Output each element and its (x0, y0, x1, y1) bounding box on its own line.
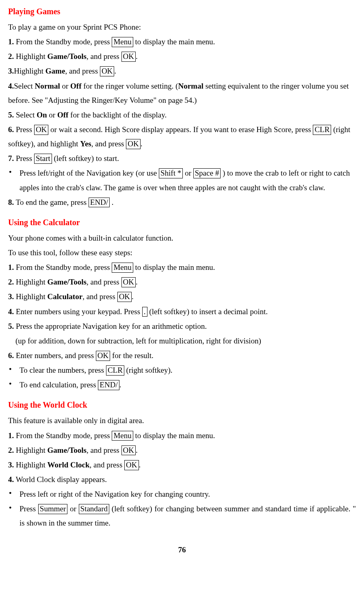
ok-key: OK (117, 292, 132, 302)
heading-calculator: Using the Calculator (8, 215, 356, 230)
ok-key: OK (126, 139, 140, 149)
section-calculator: Using the Calculator Your phone comes wi… (8, 215, 356, 392)
intro-calc-2: To use this tool, follow these easy step… (8, 245, 356, 260)
step-3: 3.Highlight Game, and press OK. (8, 64, 356, 78)
calc-step-2: 2. Highlight Game/Tools, and press OK. (8, 275, 356, 289)
clock-step-2: 2. Highlight Game/Tools, and press OK. (8, 443, 356, 457)
heading-playing-games: Playing Games (8, 4, 356, 19)
calc-step-6: 6. Enter numbers, and press OK for the r… (8, 348, 356, 363)
ok-key: OK (96, 351, 110, 361)
step-7: 7. Press Start (left softkey) to start. (8, 151, 356, 165)
summer-key: Summer (38, 504, 67, 514)
intro-line: To play a game on your Sprint PCS Phone: (8, 20, 356, 34)
ok-key: OK (100, 66, 114, 76)
clock-bullet-nav: Press left or right of the Navigation ke… (8, 487, 356, 501)
step-1: 1. From the Standby mode, press Menu to … (8, 35, 356, 49)
dot-key: . (142, 307, 147, 317)
heading-world-clock: Using the World Clock (8, 398, 356, 413)
clock-bullet-summer: Press Summer or Standard (left softkey) … (8, 502, 356, 530)
menu-key: Menu (112, 37, 133, 47)
section-world-clock: Using the World Clock This feature is av… (8, 398, 356, 530)
section-playing-games: Playing Games To play a game on your Spr… (8, 4, 356, 209)
page-number: 76 (8, 543, 356, 557)
step-4: 4.Select Normal or Off for the ringer vo… (8, 79, 356, 107)
clock-step-1: 1. From the Standby mode, press Menu to … (8, 428, 356, 443)
clock-step-3: 3. Highlight World Clock, and press OK. (8, 458, 356, 472)
clock-step-4: 4. World Clock display appears. (8, 472, 356, 487)
ok-key: OK (34, 125, 48, 135)
calc-bullet-end: To end calculation, press END/ . (8, 378, 356, 392)
menu-key: Menu (112, 431, 133, 441)
start-key: Start (34, 154, 52, 164)
space-key: Space # (193, 168, 221, 178)
calc-step-3: 3. Highlight Calculator, and press OK. (8, 289, 356, 304)
shift-key: Shift * (159, 168, 183, 178)
calc-bullet-clear: To clear the numbers, press CLR (right s… (8, 363, 356, 377)
calc-step-5-note: (up for addition, down for subtraction, … (8, 334, 356, 348)
calc-step-4: 4. Enter numbers using your keypad. Pres… (8, 304, 356, 319)
step-6: 6. Press OK or wait a second. High Score… (8, 122, 356, 151)
calc-step-5: 5. Press the appropriate Navigation key … (8, 319, 356, 333)
menu-key: Menu (112, 263, 133, 273)
ok-key: OK (121, 277, 136, 287)
clr-key: CLR (106, 365, 124, 376)
intro-calc-1: Your phone comes with a built-in calcula… (8, 231, 356, 245)
ok-key: OK (121, 445, 136, 456)
end-key: END/ (89, 198, 110, 208)
step-8: 8. To end the game, press END/ . (8, 195, 356, 209)
standard-key: Standard (79, 504, 110, 514)
step-2: 2. Highlight Game/Tools, and press OK. (8, 49, 356, 63)
calc-step-1: 1. From the Standby mode, press Menu to … (8, 260, 356, 274)
bullet-crab: Press left/right of the Navigation key (… (8, 166, 356, 194)
intro-clock: This feature is available only in digita… (8, 413, 356, 428)
step-5: 5. Select On or Off for the backlight of… (8, 108, 356, 122)
ok-key: OK (121, 52, 136, 62)
end-key: END/ (98, 380, 119, 390)
clr-key: CLR (313, 125, 331, 135)
ok-key: OK (124, 460, 139, 470)
